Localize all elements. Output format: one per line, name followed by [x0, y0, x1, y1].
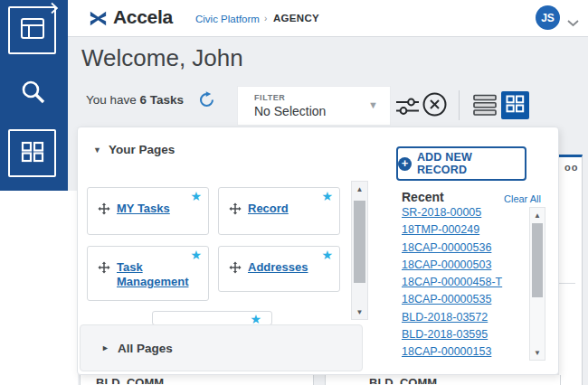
left-navigation-sidebar [0, 0, 68, 191]
page-card-link[interactable]: MY Tasks [117, 202, 170, 216]
tasks-summary-prefix: You have [86, 93, 140, 107]
sidebar-item-dashboard[interactable] [8, 6, 56, 54]
page-card-link[interactable]: Task Management [117, 260, 201, 290]
sidebar-item-search[interactable] [19, 78, 48, 110]
page-card-link[interactable]: Addresses [248, 260, 308, 275]
move-handle-icon[interactable] [98, 202, 110, 219]
partially-hidden-page-card: ★ [152, 311, 272, 325]
breadcrumb-agency: AGENCY [273, 13, 319, 23]
scroll-down-icon[interactable]: ▼ [530, 349, 545, 357]
move-handle-icon[interactable] [98, 261, 110, 277]
list-view-icon [473, 104, 497, 119]
scroll-up-icon[interactable]: ▲ [352, 185, 367, 193]
background-card-bld-comm-left: BLD_COMM... [80, 375, 314, 385]
your-pages-section-header[interactable]: ▼Your Pages [93, 143, 175, 156]
page-card: ★ MY Tasks [87, 187, 209, 235]
user-avatar[interactable]: JS [536, 5, 560, 30]
favorite-star-icon[interactable]: ★ [190, 189, 202, 203]
divider [559, 283, 575, 284]
filter-dropdown[interactable]: FILTER No Selection ▼ [237, 86, 391, 126]
all-pages-label: All Pages [118, 342, 173, 355]
clear-filter-circle-x-icon[interactable] [422, 91, 448, 121]
tasks-count: 6 Tasks [140, 93, 185, 107]
favorite-star-icon[interactable]: ★ [190, 248, 202, 262]
panel-layout-icon [20, 17, 45, 43]
search-icon [19, 94, 48, 109]
recent-record-link[interactable]: SR-2018-00005 [402, 204, 524, 221]
accela-logo-icon [88, 8, 109, 33]
favorite-star-icon[interactable]: ★ [321, 248, 333, 262]
plus-circle-icon: + [398, 157, 412, 171]
user-menu-chevron-down-icon[interactable] [567, 14, 579, 31]
filter-selected-value: No Selection [254, 104, 326, 118]
expand-caret-right-icon: ► [101, 343, 109, 352]
page-title: Welcome, John [81, 44, 243, 72]
background-card-title: BLD_COMM... [369, 376, 560, 384]
top-header-bar: Accela Civic Platform › AGENCY JS [0, 0, 588, 37]
recent-record-link[interactable]: 18CAP-00000535 [402, 291, 524, 308]
sidebar-item-pages-menu[interactable] [8, 129, 56, 177]
recent-section-title: Recent [402, 190, 444, 204]
move-handle-icon[interactable] [229, 261, 242, 277]
add-new-record-label: ADD NEW RECORD [417, 151, 525, 176]
grid-view-toggle-active[interactable] [501, 91, 529, 119]
breadcrumb-separator-icon: › [264, 14, 267, 23]
grid-menu-icon [21, 141, 44, 166]
recent-record-link[interactable]: 18CAP-00000153 [402, 343, 524, 361]
filter-caret-down-icon: ▼ [368, 99, 378, 110]
move-handle-icon[interactable] [229, 202, 242, 219]
background-card-bld-comm-right: BLD_COMM... [325, 375, 561, 385]
page-card: ★ Task Management [87, 246, 209, 301]
pages-overlay-panel: ▼Your Pages ★ MY Ta [77, 127, 559, 375]
page-card: ★ Record [218, 187, 340, 235]
favorite-star-icon: ★ [250, 312, 261, 325]
clear-all-link[interactable]: Clear All [504, 193, 541, 204]
all-pages-section-header[interactable]: ► All Pages [80, 324, 363, 371]
recent-record-link[interactable]: BLD-2018-03572 [402, 309, 524, 326]
breadcrumb-civic-platform[interactable]: Civic Platform [195, 14, 260, 24]
background-record-card: oo [559, 155, 583, 385]
page-card-link[interactable]: Record [248, 202, 289, 216]
add-new-record-button[interactable]: + ADD NEW RECORD [396, 146, 526, 181]
recent-record-link[interactable]: BLD-2018-03595 [402, 326, 524, 343]
list-view-toggle[interactable] [473, 94, 497, 120]
scroll-up-icon[interactable]: ▲ [530, 211, 545, 220]
filter-label: FILTER [254, 93, 285, 102]
grid-view-icon [506, 95, 525, 117]
scroll-down-icon[interactable]: ▼ [352, 308, 367, 316]
brand-name: Accela [113, 6, 173, 28]
filter-settings-sliders-icon[interactable] [395, 94, 420, 122]
recent-record-link[interactable]: 18CAP-00000536 [402, 239, 524, 257]
your-pages-scrollbar[interactable]: ▲ ▼ [351, 181, 368, 320]
left-gutter [0, 191, 78, 385]
favorite-star-icon[interactable]: ★ [321, 189, 333, 203]
page-card: ★ Addresses [218, 246, 340, 292]
recent-list-scrollbar[interactable]: ▲ ▼ [529, 207, 545, 361]
recent-records-list: SR-2018-00005 18TMP-000249 18CAP-0000053… [402, 204, 524, 362]
collapse-caret-down-icon: ▼ [93, 146, 101, 155]
refresh-tasks-icon[interactable] [197, 90, 216, 113]
toolbar-divider [459, 90, 460, 120]
background-card-title: BLD_COMM... [96, 376, 313, 384]
scrollbar-thumb[interactable] [354, 201, 365, 283]
recent-record-link[interactable]: 18TMP-000249 [402, 221, 524, 239]
scrollbar-thumb[interactable] [532, 223, 543, 297]
recent-record-link[interactable]: 18CAP-00000503 [402, 257, 524, 274]
recent-record-link[interactable]: 18CAP-00000458-T [402, 274, 524, 291]
your-pages-label: Your Pages [109, 143, 175, 156]
background-record-card-text: oo [564, 162, 582, 173]
tasks-summary: You have 6 Tasks [86, 93, 184, 107]
